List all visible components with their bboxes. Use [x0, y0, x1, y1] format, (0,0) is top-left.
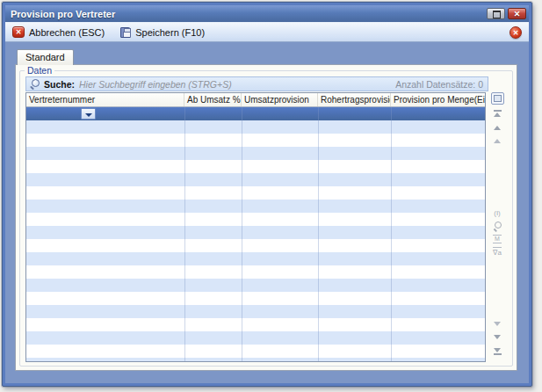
filter-icon[interactable]: ∇a: [493, 247, 502, 257]
tab-row: Standard: [15, 49, 517, 64]
column-header-provision-pro-menge[interactable]: Provision pro Menge(Einheit): [391, 93, 485, 106]
cancel-button-label: Abbrechen (ESC): [29, 27, 105, 38]
chevron-down-icon[interactable]: [81, 108, 96, 120]
maximize-icon[interactable]: [487, 8, 505, 19]
record-info-icon[interactable]: (I): [494, 208, 501, 218]
cancel-red-x-icon: [12, 26, 25, 38]
titlebar[interactable]: Provision pro Vertreter: [5, 5, 529, 22]
go-last-icon[interactable]: [492, 345, 503, 355]
search-input[interactable]: [79, 79, 391, 90]
bookmark-icon[interactable]: M: [493, 235, 502, 243]
dialog-window: Provision pro Vertreter Abbrechen (ESC) …: [2, 2, 532, 387]
tab-page: Daten Suche: Anzahl Datensätze: 0 Ve: [15, 64, 517, 371]
go-previous-icon[interactable]: [492, 136, 503, 146]
record-count-value: 0: [478, 79, 483, 90]
grid-rows: [26, 107, 485, 361]
navigator-middle-group: (I) M ∇a: [493, 208, 502, 257]
column-separator: [184, 107, 185, 361]
groupbox-legend: Daten: [25, 65, 54, 76]
column-separator: [318, 107, 319, 361]
selected-row[interactable]: [26, 107, 485, 120]
column-chooser-icon[interactable]: [491, 92, 504, 105]
save-button-label: Speichern (F10): [135, 27, 205, 38]
record-count-label: Anzahl Datensätze:: [395, 79, 475, 90]
close-icon[interactable]: [508, 8, 526, 19]
toolbar: Abbrechen (ESC) Speichern (F10): [5, 22, 529, 42]
column-header-umsatzprovision[interactable]: Umsatzprovision: [242, 93, 318, 106]
tab-standard[interactable]: Standard: [17, 49, 74, 65]
page-down-icon[interactable]: [492, 332, 503, 342]
column-header-ab-umsatz[interactable]: Ab Umsatz %: [184, 93, 242, 106]
window-title: Provision pro Vertreter: [11, 9, 484, 19]
search-label: Suche:: [44, 79, 75, 90]
column-header-rohertragsprovision[interactable]: Rohertragsprovision: [318, 93, 391, 106]
go-next-icon[interactable]: [492, 319, 503, 329]
grid-navigator: (I) M ∇a: [486, 92, 509, 362]
column-header-vertreternummer[interactable]: Vertreternummer: [26, 93, 184, 106]
record-count: Anzahl Datensätze: 0: [395, 79, 483, 90]
save-button[interactable]: Speichern (F10): [118, 25, 207, 40]
column-separator: [391, 107, 392, 361]
daten-groupbox: Daten Suche: Anzahl Datensätze: 0 Ve: [19, 70, 513, 367]
data-grid: Vertreternummer Ab Umsatz % Umsatzprovis…: [25, 92, 486, 362]
client-area: Standard Daten Suche: Anzahl Datensätze:…: [5, 42, 529, 383]
page-up-icon[interactable]: [492, 123, 503, 133]
grid-header: Vertreternummer Ab Umsatz % Umsatzprovis…: [26, 93, 485, 107]
grid-body: [26, 120, 485, 361]
go-first-icon[interactable]: [492, 110, 503, 120]
floppy-disk-icon: [120, 27, 131, 38]
cancel-button[interactable]: Abbrechen (ESC): [10, 25, 107, 40]
search-icon: [30, 79, 40, 89]
grid-wrap: Vertreternummer Ab Umsatz % Umsatzprovis…: [25, 92, 509, 362]
close-circle-icon[interactable]: [509, 26, 522, 39]
column-separator: [242, 107, 242, 361]
grid-search-icon[interactable]: [493, 221, 502, 231]
search-bar: Suche: Anzahl Datensätze: 0: [25, 76, 488, 91]
